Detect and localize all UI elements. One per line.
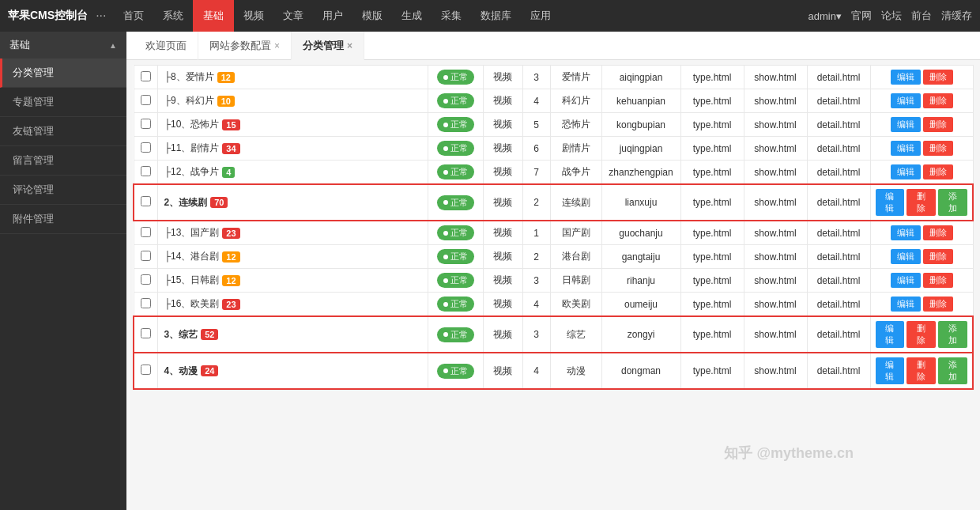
tab-close-icon[interactable]: × <box>347 40 352 51</box>
table-row: ├9、科幻片10正常视频4科幻片kehuanpiantype.htmlshow.… <box>134 89 973 113</box>
type-cell: 视频 <box>483 66 522 89</box>
nav-item-系统[interactable]: 系统 <box>153 0 193 32</box>
edit-button[interactable]: 编辑 <box>891 117 921 132</box>
nav-item-模版[interactable]: 模版 <box>352 0 392 32</box>
row-checkbox[interactable] <box>141 227 151 237</box>
row-checkbox[interactable] <box>141 251 151 261</box>
type-cell: 视频 <box>483 316 522 353</box>
sidebar-item-评论管理[interactable]: 评论管理 <box>0 176 126 205</box>
sidebar-item-留言管理[interactable]: 留言管理 <box>0 146 126 176</box>
nav-item-应用[interactable]: 应用 <box>521 0 560 32</box>
delete-button[interactable]: 删除 <box>906 357 936 384</box>
delete-button[interactable]: 删除 <box>923 297 953 312</box>
type-tpl-cell: type.html <box>680 353 744 389</box>
sidebar-header[interactable]: 基础 ▲ <box>0 32 126 59</box>
delete-button[interactable]: 删除 <box>906 321 936 348</box>
delete-button[interactable]: 删除 <box>923 141 953 156</box>
dir-cell: zhanzhengpian <box>601 161 680 185</box>
nav-item-采集[interactable]: 采集 <box>432 0 471 32</box>
nav-item-基础[interactable]: 基础 <box>193 0 234 32</box>
delete-button[interactable]: 删除 <box>923 117 953 132</box>
row-checkbox[interactable] <box>141 328 151 338</box>
delete-button[interactable]: 删除 <box>906 189 936 216</box>
table-row: ├10、恐怖片15正常视频5恐怖片kongbupiantype.htmlshow… <box>134 113 973 137</box>
nav-item-数据库[interactable]: 数据库 <box>471 0 521 32</box>
edit-button[interactable]: 编辑 <box>891 164 921 179</box>
delete-button[interactable]: 删除 <box>923 93 953 108</box>
right-nav-item[interactable]: 前台 <box>911 9 932 23</box>
delete-button[interactable]: 删除 <box>923 249 953 264</box>
status-badge: 正常 <box>437 225 474 240</box>
brand: 苹果CMS控制台 <box>8 9 88 23</box>
row-checkbox[interactable] <box>141 365 151 375</box>
show-tpl-cell: show.html <box>744 293 807 317</box>
detail-tpl-cell: detail.html <box>807 353 870 389</box>
row-checkbox[interactable] <box>141 274 151 285</box>
status-badge: 正常 <box>437 117 474 132</box>
tab-close-icon[interactable]: × <box>274 40 280 51</box>
add-button[interactable]: 添加 <box>938 189 967 216</box>
order-cell: 6 <box>522 137 550 161</box>
row-checkbox[interactable] <box>141 95 151 105</box>
right-nav-item[interactable]: 论坛 <box>881 9 902 23</box>
row-checkbox[interactable] <box>141 196 151 206</box>
order-cell: 4 <box>522 353 550 389</box>
dir-cell: zongyi <box>601 316 680 353</box>
tab-网站参数配置[interactable]: 网站参数配置× <box>198 32 292 60</box>
add-button[interactable]: 添加 <box>938 357 967 384</box>
row-checkbox[interactable] <box>141 142 151 153</box>
table-row: ├13、国产剧23正常视频1国产剧guochanjutype.htmlshow.… <box>134 221 973 245</box>
delete-button[interactable]: 删除 <box>923 273 953 288</box>
cat-name-label: ├15、日韩剧 <box>164 274 220 287</box>
dir-cell: lianxuju <box>601 184 680 221</box>
nav-item-文章[interactable]: 文章 <box>273 0 313 32</box>
edit-button[interactable]: 编辑 <box>876 357 905 384</box>
nav-item-视频[interactable]: 视频 <box>234 0 273 32</box>
catname-cell: 动漫 <box>550 353 601 389</box>
show-tpl-cell: show.html <box>744 221 807 245</box>
cat-name-label: ├12、战争片 <box>164 165 220 179</box>
sidebar-item-专题管理[interactable]: 专题管理 <box>0 88 126 117</box>
edit-button[interactable]: 编辑 <box>891 70 921 85</box>
nav-item-首页[interactable]: 首页 <box>114 0 153 32</box>
sidebar-item-分类管理[interactable]: 分类管理 <box>0 59 126 88</box>
delete-button[interactable]: 删除 <box>923 70 953 85</box>
edit-button[interactable]: 编辑 <box>876 189 905 216</box>
tab-分类管理[interactable]: 分类管理× <box>292 32 364 60</box>
cat-name-label: ├16、欧美剧 <box>164 297 220 311</box>
catname-cell: 剧情片 <box>550 137 601 161</box>
cat-count-badge: 12 <box>222 251 239 263</box>
tab-欢迎页面[interactable]: 欢迎页面 <box>134 32 198 60</box>
show-tpl-cell: show.html <box>744 89 807 113</box>
nav-item-生成[interactable]: 生成 <box>392 0 432 32</box>
catname-cell: 日韩剧 <box>550 269 601 293</box>
type-tpl-cell: type.html <box>680 113 744 137</box>
cat-name-label: 4、动漫 <box>164 365 198 378</box>
status-badge: 正常 <box>437 273 474 288</box>
right-nav-item[interactable]: 清缓存 <box>941 9 972 23</box>
edit-button[interactable]: 编辑 <box>891 225 921 240</box>
delete-button[interactable]: 删除 <box>923 225 953 240</box>
sidebar-item-附件管理[interactable]: 附件管理 <box>0 205 126 234</box>
detail-tpl-cell: detail.html <box>807 66 870 89</box>
row-checkbox[interactable] <box>141 119 151 129</box>
right-nav-item[interactable]: admin▾ <box>808 10 842 22</box>
edit-button[interactable]: 编辑 <box>891 273 921 288</box>
sidebar-item-友链管理[interactable]: 友链管理 <box>0 117 126 146</box>
dir-cell: gangtaiju <box>601 245 680 269</box>
edit-button[interactable]: 编辑 <box>891 297 921 312</box>
edit-button[interactable]: 编辑 <box>891 249 921 264</box>
order-cell: 3 <box>522 316 550 353</box>
add-button[interactable]: 添加 <box>938 321 967 348</box>
nav-item-用户[interactable]: 用户 <box>313 0 352 32</box>
row-checkbox[interactable] <box>141 298 151 308</box>
right-nav-item[interactable]: 官网 <box>851 9 872 23</box>
row-checkbox[interactable] <box>141 71 151 81</box>
row-checkbox[interactable] <box>141 166 151 176</box>
edit-button[interactable]: 编辑 <box>891 141 921 156</box>
edit-button[interactable]: 编辑 <box>876 321 905 348</box>
edit-button[interactable]: 编辑 <box>891 93 921 108</box>
delete-button[interactable]: 删除 <box>923 164 953 179</box>
show-tpl-cell: show.html <box>744 245 807 269</box>
type-cell: 视频 <box>483 221 522 245</box>
